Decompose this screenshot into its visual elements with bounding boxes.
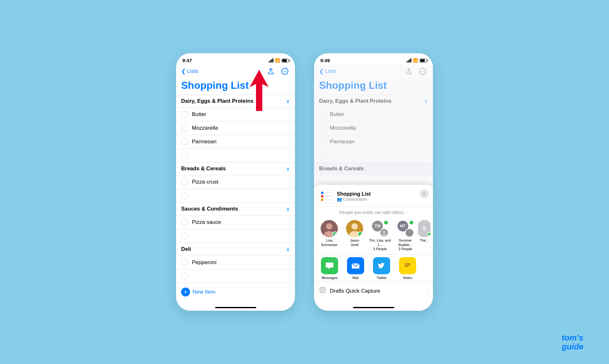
list-item-parmesan-right: Parmesan — [314, 135, 433, 148]
checkbox-parmesan[interactable] — [181, 138, 188, 145]
list-item-empty-2[interactable] — [176, 189, 295, 202]
list-item-pizza-crust[interactable]: Pizza crust — [176, 175, 295, 189]
contact-name-tim: Tim, Lisa, and 1...3 People — [367, 238, 393, 251]
list-item-butter-right: Butter — [314, 107, 433, 121]
checkbox-empty-3[interactable] — [181, 232, 188, 239]
mail-icon — [347, 257, 364, 274]
chevron-down-icon-3: ∨ — [286, 206, 290, 212]
message-badge-tim — [383, 220, 389, 225]
svg-point-20 — [406, 229, 414, 237]
checkbox-pepperoni[interactable] — [181, 259, 188, 266]
app-name-notes: Notes — [403, 276, 412, 280]
list-item-empty-1[interactable] — [176, 148, 295, 162]
svg-rect-25 — [403, 261, 413, 271]
list-item-pepperoni[interactable]: Pepperoni — [176, 256, 295, 269]
app-mail[interactable]: Mail — [343, 257, 369, 280]
list-item-empty-4[interactable] — [176, 269, 295, 283]
checkbox-empty-r1 — [319, 152, 326, 159]
share-list-icon — [319, 189, 333, 203]
list-item-pizza-sauce[interactable]: Pizza sauce — [176, 215, 295, 229]
item-text-pizza-sauce: Pizza sauce — [192, 219, 221, 225]
status-time: 9:47 — [182, 58, 192, 63]
section-breads[interactable]: Breads & Cereals ∨ — [176, 162, 295, 175]
avatar-summer: MT — [397, 220, 414, 237]
drafts-action-row[interactable]: Drafts Quick Capture › — [319, 283, 428, 299]
nav-actions — [266, 66, 290, 76]
avatar-tim-group: TM — [371, 220, 389, 237]
share-list-subtitle: 👥 Collaboration — [337, 197, 371, 202]
status-bar-right: 9:49 📶 — [314, 53, 433, 64]
section-sauces[interactable]: Sauces & Condiments ∨ — [176, 202, 295, 215]
app-messages[interactable]: Messages — [317, 257, 343, 280]
signal-icon — [269, 58, 273, 62]
share-sheet: Shopping List 👥 Collaboration ✕ People y… — [314, 185, 433, 304]
avatar-jason — [346, 220, 363, 237]
list-item-empty-right-1 — [314, 148, 433, 162]
back-label-right: Lists — [325, 68, 336, 75]
contacts-row: 💬 LisaSchmeiser JasonSnell — [314, 217, 433, 254]
checkbox-empty-2[interactable] — [181, 192, 188, 199]
contact-name-jason: JasonSnell — [350, 238, 359, 247]
people-icon: 👥 — [337, 197, 342, 202]
close-button[interactable]: ✕ — [420, 189, 429, 198]
apps-row: Messages Mail Twitter Notes — [314, 254, 433, 281]
list-item-empty-3[interactable] — [176, 229, 295, 243]
list-item-mozzarella[interactable]: Mozzarella — [176, 121, 295, 135]
drafts-action-label: Drafts Quick Capture — [330, 288, 380, 294]
status-icons: 📶 — [269, 58, 289, 63]
status-icons-right: 📶 — [407, 58, 427, 63]
contact-summer[interactable]: MT Summer Bubble...3 People — [393, 220, 418, 251]
section-dairy[interactable]: Dairy, Eggs & Plant Proteins ∨ — [176, 94, 295, 107]
battery-icon-right — [420, 59, 427, 62]
more-button[interactable] — [280, 66, 290, 76]
list-item-parmesan[interactable]: Parmesan — [176, 135, 295, 148]
app-notes[interactable]: Notes — [395, 257, 421, 280]
avatar-lisa: 💬 — [321, 220, 338, 237]
svg-point-3 — [285, 71, 285, 72]
item-text-parmesan: Parmesan — [192, 139, 216, 145]
contact-name-partial: The... — [420, 238, 429, 243]
chevron-down-icon-2: ∨ — [286, 166, 290, 172]
new-item-button[interactable]: + New Item — [176, 283, 295, 301]
chevron-left-icon-right: ❮ — [319, 68, 324, 75]
contact-jason[interactable]: JasonSnell — [342, 220, 367, 251]
share-button[interactable] — [266, 66, 276, 76]
section-dairy-title-right: Dairy, Eggs & Plant Proteins — [319, 98, 391, 104]
section-deli-title: Deli — [181, 246, 191, 252]
share-title-block: Shopping List 👥 Collaboration — [337, 191, 371, 202]
checkbox-pizza-crust[interactable] — [181, 179, 188, 185]
list-item-butter[interactable]: Butter — [176, 107, 295, 121]
svg-text:💬: 💬 — [334, 233, 337, 236]
chevron-right-icon: › — [406, 210, 408, 215]
toms-guide-watermark: tom'sguide — [562, 333, 584, 351]
checkbox-empty-4[interactable] — [181, 273, 188, 280]
back-button-right: ❮ Lists — [319, 68, 336, 75]
page-title: Shopping List — [176, 78, 295, 94]
list-content: Dairy, Eggs & Plant Proteins ∨ Butter Mo… — [176, 94, 295, 304]
drafts-action-left: Drafts Quick Capture — [319, 287, 380, 295]
contact-partial[interactable]: S The... — [418, 220, 430, 251]
contact-tim-group[interactable]: TM Tim, Lisa, and 1...3 People — [367, 220, 393, 251]
app-twitter[interactable]: Twitter — [369, 257, 395, 280]
checkbox-empty-1[interactable] — [181, 152, 188, 159]
nav-bar: ❮ Lists — [176, 64, 295, 78]
bottom-actions: Drafts Quick Capture › — [314, 281, 433, 302]
svg-point-2 — [283, 71, 284, 72]
twitter-icon — [373, 257, 390, 274]
svg-point-4 — [286, 71, 286, 72]
wifi-icon: 📶 — [275, 58, 280, 63]
checkbox-mozzarella[interactable] — [181, 125, 188, 132]
right-phone: 9:49 📶 ❮ Lists — [314, 53, 433, 311]
item-text-pizza-crust: Pizza crust — [192, 179, 218, 185]
collaboration-hint[interactable]: People you invite can add others. › — [314, 207, 433, 217]
section-deli[interactable]: Deli ∨ — [176, 243, 295, 256]
svg-point-10 — [326, 223, 332, 230]
chevron-down-icon-r1: ∨ — [424, 98, 428, 104]
back-button[interactable]: ❮ Lists — [181, 68, 198, 75]
left-phone: 9:47 📶 ❮ Lists — [176, 53, 295, 311]
svg-point-7 — [422, 71, 423, 72]
section-dairy-title: Dairy, Eggs & Plant Proteins — [181, 98, 253, 104]
contact-lisa[interactable]: 💬 LisaSchmeiser — [317, 220, 342, 251]
checkbox-pizza-sauce[interactable] — [181, 219, 188, 226]
checkbox-butter[interactable] — [181, 111, 188, 118]
